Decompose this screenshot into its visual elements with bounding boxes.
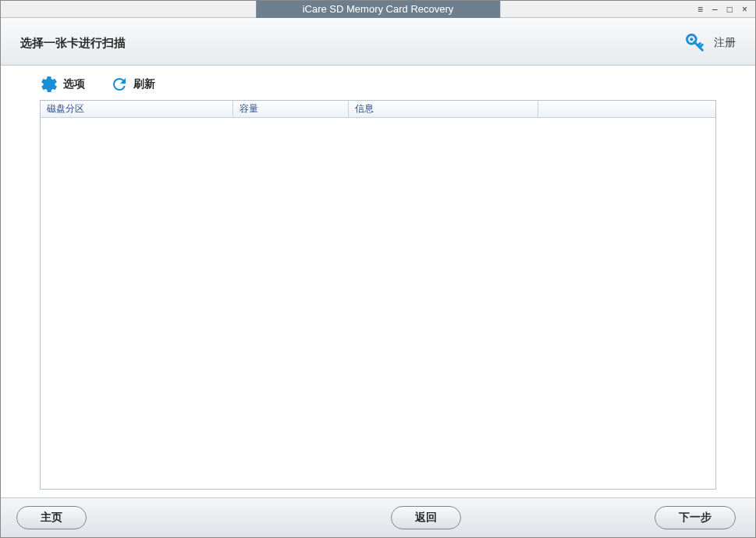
- svg-point-1: [690, 37, 693, 41]
- next-button[interactable]: 下一步: [655, 506, 736, 529]
- col-capacity[interactable]: 容量: [233, 101, 349, 117]
- col-empty: [538, 101, 715, 117]
- table-body[interactable]: [41, 118, 715, 489]
- gear-icon: [40, 75, 59, 94]
- disk-table: 磁盘分区 容量 信息: [40, 100, 716, 490]
- instruction-text: 选择一张卡进行扫描: [20, 36, 126, 51]
- refresh-icon: [110, 75, 129, 94]
- col-partition[interactable]: 磁盘分区: [41, 101, 233, 117]
- register-label: 注册: [714, 36, 736, 50]
- options-label: 选项: [63, 77, 85, 91]
- register-button[interactable]: 注册: [684, 32, 736, 54]
- footer-bar: 主页 返回 下一步: [1, 497, 755, 537]
- app-window: iCare SD Memory Card Recovery ≡ – □ × 选择…: [0, 0, 756, 538]
- close-icon[interactable]: ×: [740, 5, 749, 14]
- header-bar: 选择一张卡进行扫描 注册: [1, 18, 755, 66]
- refresh-button[interactable]: 刷新: [110, 75, 155, 94]
- window-controls: ≡ – □ ×: [696, 5, 749, 14]
- key-icon: [684, 32, 706, 54]
- about-icon[interactable]: ≡: [696, 5, 705, 14]
- table-header-row: 磁盘分区 容量 信息: [41, 101, 715, 118]
- refresh-label: 刷新: [133, 77, 155, 91]
- titlebar: iCare SD Memory Card Recovery ≡ – □ ×: [1, 1, 755, 18]
- window-title: iCare SD Memory Card Recovery: [256, 1, 501, 18]
- back-button[interactable]: 返回: [391, 506, 461, 529]
- col-info[interactable]: 信息: [349, 101, 538, 117]
- toolbar: 选项 刷新: [1, 66, 755, 100]
- maximize-icon[interactable]: □: [726, 5, 734, 14]
- home-button[interactable]: 主页: [16, 506, 87, 529]
- minimize-icon[interactable]: –: [711, 5, 719, 14]
- options-button[interactable]: 选项: [40, 75, 85, 94]
